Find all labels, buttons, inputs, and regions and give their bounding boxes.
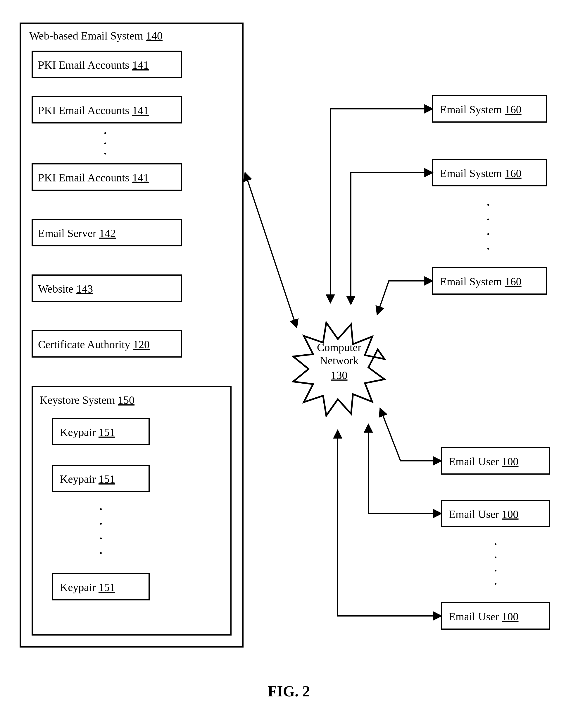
ellipsis-icon [495,543,496,584]
cert-authority-label: Certificate Authority [38,338,130,350]
network-label-line2: Network [320,354,359,367]
svg-point-8 [104,153,106,155]
network-label-line1: Computer [317,341,361,354]
svg-line-50 [245,173,297,328]
svg-text:Website
         
        143: Website 143 [38,283,93,295]
pki-account-ref: 141 [132,59,149,71]
svg-text:Email System
       
      160: Email System 160 [440,275,522,288]
web-email-system-label: Web-based Email System [29,30,143,42]
svg-rect-0 [21,23,243,647]
svg-text:Email User
       
      100: Email User 100 [449,455,519,468]
svg-text:Email Server
         
       : Email Server 142 [38,227,116,239]
email-system-ref: 160 [505,275,522,288]
email-user-label: Email User [449,610,499,623]
email-user-box-2: Email User 100 [441,500,550,527]
keypair-label: Keypair [60,581,96,593]
email-system-label: Email System [440,103,502,115]
svg-text:PKI Email Accounts
         
 : PKI Email Accounts 141 [38,104,149,116]
email-user-ref: 100 [502,455,519,468]
keypair-box-3: Keypair 151 [53,573,149,600]
ellipsis-icon [100,508,102,554]
svg-point-26 [100,552,102,554]
svg-text:Web-based Email System
       : Web-based Email System 140 [29,30,163,42]
email-system-ref: 160 [505,167,522,179]
cert-authority-box: Certificate Authority 120 [32,331,181,357]
svg-text:Email User
       
      100: Email User 100 [449,610,519,623]
pki-account-label: PKI Email Accounts [38,59,129,71]
email-user-box-1: Email User 100 [441,448,550,474]
pki-account-label: PKI Email Accounts [38,172,129,184]
svg-text:Keypair
           
          : Keypair 151 [60,426,115,438]
figure-caption: FIG. 2 [268,683,310,700]
svg-point-7 [104,142,106,144]
web-email-system-ref: 140 [146,30,163,42]
ellipsis-icon [104,132,106,155]
keypair-label: Keypair [60,473,96,485]
network-ref: 130 [331,369,348,381]
email-user-label: Email User [449,508,499,520]
email-server-ref: 142 [99,227,116,239]
svg-point-47 [495,583,496,584]
keypair-box-1: Keypair 151 [53,418,149,445]
keypair-ref: 151 [99,581,115,593]
pki-account-box-1: PKI Email Accounts 141 [32,51,181,78]
keypair-ref: 151 [99,426,115,438]
email-user-ref: 100 [502,610,519,623]
svg-text:PKI Email Accounts
         
 : PKI Email Accounts 141 [38,172,149,184]
web-email-system-box: Web-based Email System 140 PKI Email Acc… [21,23,243,647]
pki-account-ref: 141 [132,104,149,116]
svg-text:Email User
       
      100: Email User 100 [449,508,519,520]
website-label: Website [38,283,73,295]
keystore-system-box: Keystore System 150 Keypair 151 Keypair [32,386,231,635]
svg-point-45 [495,556,496,558]
ellipsis-icon [487,204,489,250]
keypair-ref: 151 [99,473,115,485]
svg-text:Keystore System
         
    : Keystore System 150 [39,394,135,406]
keystore-system-label: Keystore System [39,394,115,406]
email-system-box-3: Email System 160 [433,268,547,294]
computer-network-node: Computer Network 130 [293,323,384,416]
email-server-label: Email Server [38,227,97,239]
email-system-box-2: Email System 160 [433,159,547,186]
svg-text:Keypair
           
          : Keypair 151 [60,581,115,593]
svg-point-23 [100,508,102,510]
svg-point-37 [487,248,489,250]
email-system-ref: 160 [505,103,522,115]
pki-account-box-2: PKI Email Accounts 141 [32,97,181,123]
email-user-box-3: Email User 100 [441,603,550,629]
website-ref: 143 [76,283,93,295]
website-box: Website 143 [32,275,181,302]
svg-point-46 [495,570,496,571]
svg-text:Email System
       
      160: Email System 160 [440,103,522,115]
pki-account-label: PKI Email Accounts [38,104,129,116]
email-server-box: Email Server 142 [32,219,181,246]
svg-text:PKI Email Accounts
         
 : PKI Email Accounts 141 [38,59,149,71]
keystore-system-ref: 150 [118,394,135,406]
email-system-label: Email System [440,167,502,179]
email-system-box-1: Email System 160 [433,96,547,122]
svg-text:Keypair
           
          : Keypair 151 [60,473,115,485]
svg-text:Certificate Authority
        : Certificate Authority 120 [38,338,150,350]
svg-point-35 [487,218,489,220]
email-user-label: Email User [449,455,499,468]
svg-text:Email System
       
      160: Email System 160 [440,167,522,179]
cert-authority-ref: 120 [133,338,150,350]
svg-rect-17 [32,386,231,635]
svg-point-36 [487,233,489,235]
keypair-label: Keypair [60,426,96,438]
pki-account-box-3: PKI Email Accounts 141 [32,164,181,190]
email-system-label: Email System [440,275,502,288]
diagram-svg: Web-based Email System 140 PKI Email Acc… [0,0,578,728]
svg-point-34 [487,204,489,206]
svg-point-6 [104,132,106,134]
keypair-box-2: Keypair 151 [53,465,149,492]
svg-point-25 [100,538,102,539]
pki-account-ref: 141 [132,172,149,184]
email-user-ref: 100 [502,508,519,520]
svg-point-24 [100,523,102,525]
svg-point-44 [495,543,496,545]
